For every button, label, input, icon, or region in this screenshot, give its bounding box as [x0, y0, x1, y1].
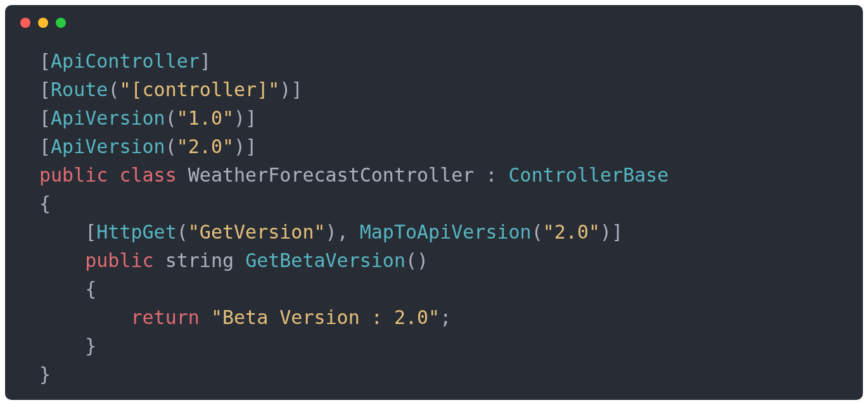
brace: } — [85, 335, 96, 357]
paren: ) — [326, 221, 337, 243]
code-line: [HttpGet("GetVersion"), MapToApiVersion(… — [39, 221, 623, 243]
close-icon[interactable] — [20, 18, 30, 28]
code-line: [ApiVersion("2.0")] — [39, 135, 257, 158]
maximize-icon[interactable] — [56, 18, 66, 28]
code-window: [ApiController] [Route("[controller]")] … — [5, 5, 863, 400]
paren: ( — [532, 221, 543, 243]
string-literal: "2.0" — [177, 135, 234, 158]
bracket: ] — [200, 50, 211, 72]
bracket: [ — [39, 50, 51, 72]
code-editor[interactable]: [ApiController] [Route("[controller]")] … — [5, 40, 863, 389]
keyword: public — [85, 249, 153, 271]
code-line: public string GetBetaVersion() — [39, 249, 428, 271]
paren: ( — [165, 107, 177, 129]
attribute: HttpGet — [96, 221, 176, 243]
paren: ( — [165, 135, 177, 158]
keyword: return — [131, 306, 200, 328]
base-class: ControllerBase — [509, 164, 669, 186]
paren: ) — [600, 221, 611, 243]
paren: ( — [108, 78, 119, 101]
code-line: [Route("[controller]")] — [39, 78, 302, 101]
code-line: } — [39, 363, 51, 385]
code-line: [ApiVersion("1.0")] — [39, 107, 257, 129]
parens: () — [405, 249, 428, 271]
paren: ( — [177, 221, 188, 243]
attribute: ApiVersion — [51, 107, 165, 129]
code-line: } — [39, 335, 96, 357]
attribute: Route — [51, 78, 108, 101]
bracket: [ — [39, 78, 51, 101]
attribute: ApiVersion — [51, 135, 165, 158]
method-name: GetBetaVersion — [245, 249, 405, 271]
bracket: ] — [611, 221, 623, 243]
keyword: class — [119, 164, 176, 186]
keyword: public — [39, 164, 108, 186]
string-literal: "[controller]" — [119, 78, 279, 101]
class-name: WeatherForecastController — [188, 164, 475, 186]
bracket: ] — [245, 107, 257, 129]
code-line: { — [39, 278, 96, 300]
comma: , — [337, 221, 360, 243]
string-literal: "Beta Version : 2.0" — [211, 306, 440, 328]
bracket: [ — [39, 107, 51, 129]
brace: } — [39, 363, 51, 385]
bracket: ] — [245, 135, 257, 158]
code-line: { — [39, 192, 51, 215]
string-literal: "GetVersion" — [188, 221, 326, 243]
type: string — [165, 249, 234, 271]
window-title-bar — [5, 18, 863, 40]
semicolon: ; — [440, 306, 451, 328]
bracket: ] — [291, 78, 302, 101]
string-literal: "2.0" — [543, 221, 600, 243]
code-line: [ApiController] — [39, 50, 211, 72]
brace: { — [39, 192, 51, 215]
bracket: [ — [85, 221, 96, 243]
attribute: MapToApiVersion — [360, 221, 532, 243]
bracket: [ — [39, 135, 51, 158]
code-line: return "Beta Version : 2.0"; — [39, 306, 451, 328]
minimize-icon[interactable] — [38, 18, 48, 28]
paren: ) — [234, 107, 245, 129]
colon: : — [474, 164, 508, 186]
brace: { — [85, 278, 96, 300]
paren: ) — [234, 135, 245, 158]
code-line: public class WeatherForecastController :… — [39, 164, 668, 186]
string-literal: "1.0" — [177, 107, 234, 129]
paren: ) — [279, 78, 291, 101]
attribute: ApiController — [51, 50, 200, 72]
